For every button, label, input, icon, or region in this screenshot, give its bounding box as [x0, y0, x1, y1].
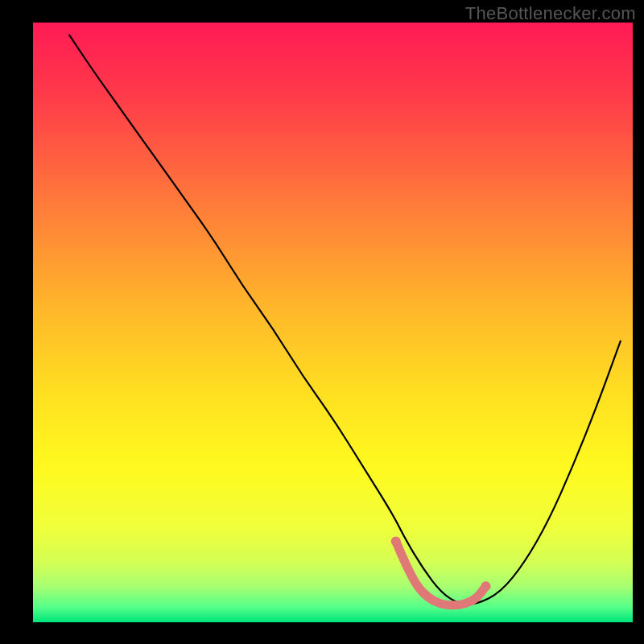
- highlight-dot: [391, 536, 401, 546]
- attribution-text: TheBottlenecker.com: [465, 3, 636, 24]
- bottleneck-chart: [0, 0, 644, 644]
- highlight-dot: [481, 581, 490, 591]
- chart-container: { "attribution": "TheBottlenecker.com", …: [0, 0, 644, 644]
